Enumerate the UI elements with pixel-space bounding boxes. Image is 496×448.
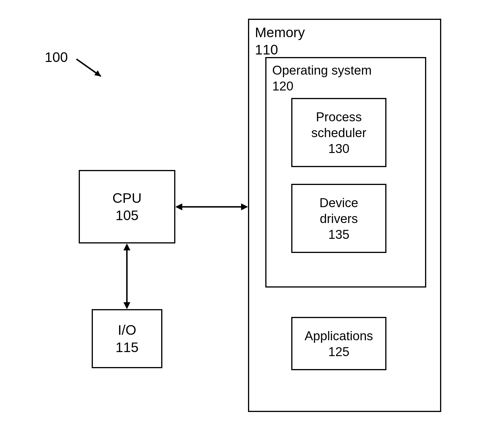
os-number: 120 <box>272 78 293 94</box>
svg-marker-1 <box>94 70 101 76</box>
scheduler-line1: Process <box>316 109 362 125</box>
svg-marker-3 <box>123 243 130 250</box>
drivers-box: Device drivers 135 <box>291 184 386 253</box>
apps-label: Applications <box>305 328 373 344</box>
figure-ref-arrow-icon <box>74 56 108 82</box>
memory-label: Memory <box>255 24 305 41</box>
drivers-number: 135 <box>328 226 349 242</box>
os-label: Operating system <box>272 62 372 78</box>
io-box: I/O 115 <box>92 309 162 368</box>
cpu-label: CPU <box>112 190 142 207</box>
cpu-box: CPU 105 <box>79 170 175 243</box>
cpu-io-arrow-icon <box>121 243 133 309</box>
svg-marker-7 <box>241 203 248 210</box>
drivers-line2: drivers <box>320 211 358 226</box>
apps-number: 125 <box>328 344 349 360</box>
drivers-line1: Device <box>320 195 358 211</box>
scheduler-box: Process scheduler 130 <box>291 98 386 167</box>
apps-box: Applications 125 <box>291 317 386 370</box>
cpu-number: 105 <box>115 207 138 224</box>
figure-ref-text: 100 <box>45 50 68 65</box>
os-box: Operating system 120 <box>265 57 426 288</box>
scheduler-line2: scheduler <box>311 125 367 141</box>
svg-marker-4 <box>123 302 130 309</box>
memory-number: 110 <box>255 41 278 58</box>
io-label: I/O <box>118 322 136 339</box>
figure-reference: 100 <box>45 50 68 64</box>
scheduler-number: 130 <box>328 141 349 156</box>
io-number: 115 <box>115 339 138 356</box>
cpu-memory-arrow-icon <box>175 201 248 213</box>
svg-marker-6 <box>175 203 182 210</box>
